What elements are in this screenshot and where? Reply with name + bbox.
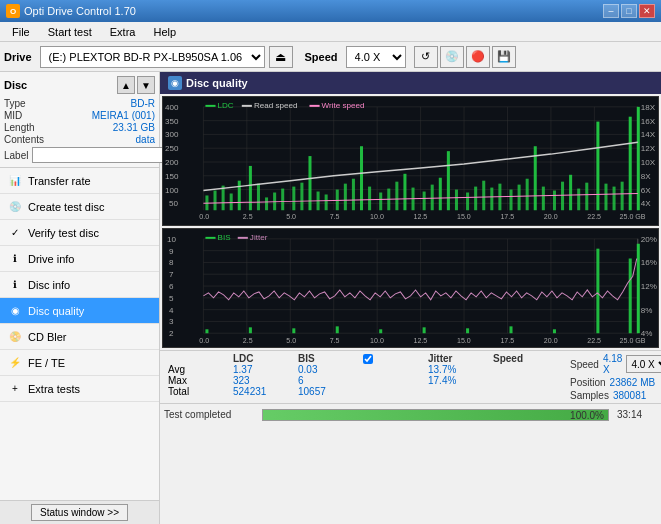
svg-text:22.5: 22.5 xyxy=(587,213,601,220)
nav-extra-tests[interactable]: + Extra tests xyxy=(0,376,159,402)
svg-text:6X: 6X xyxy=(641,186,652,195)
svg-text:15.0: 15.0 xyxy=(457,337,471,344)
svg-text:6: 6 xyxy=(169,282,174,291)
svg-text:50: 50 xyxy=(169,199,179,208)
svg-rect-95 xyxy=(621,182,624,211)
nav-create-test-disc[interactable]: 💿 Create test disc xyxy=(0,194,159,220)
svg-rect-52 xyxy=(249,166,252,210)
svg-text:2.5: 2.5 xyxy=(243,337,253,344)
stat-empty-header xyxy=(164,353,229,364)
nav-cd-bler[interactable]: 📀 CD Bler xyxy=(0,324,159,350)
svg-rect-82 xyxy=(510,190,513,211)
svg-rect-98 xyxy=(205,105,215,107)
chart-header-icon: ◉ xyxy=(168,76,182,90)
menu-file[interactable]: File xyxy=(4,23,38,41)
nav-disc-quality[interactable]: ◉ Disc quality xyxy=(0,298,159,324)
disc-section-label: Disc xyxy=(4,79,27,91)
speed-selector[interactable]: 4.0 X xyxy=(346,46,406,68)
nav-verify-test-disc[interactable]: ✓ Verify test disc xyxy=(0,220,159,246)
disc-info-icon: ℹ xyxy=(8,278,22,292)
menu-help[interactable]: Help xyxy=(145,23,184,41)
avg-label: Avg xyxy=(164,364,229,375)
svg-text:Read speed: Read speed xyxy=(254,101,298,110)
disc-quality-icon: ◉ xyxy=(8,304,22,318)
refresh-button[interactable]: ↺ xyxy=(414,46,438,68)
stat-speed-header: Speed xyxy=(489,353,554,364)
title-bar: O Opti Drive Control 1.70 – □ ✕ xyxy=(0,0,661,22)
disc-panel: Disc ▲ ▼ Type BD-R MID MEIRA1 (001) Leng… xyxy=(0,72,159,168)
disc-arrow-up[interactable]: ▲ xyxy=(117,76,135,94)
burn-button[interactable]: 🔴 xyxy=(466,46,490,68)
svg-text:100: 100 xyxy=(165,186,179,195)
svg-rect-161 xyxy=(637,244,640,333)
svg-rect-160 xyxy=(629,259,632,334)
nav-transfer-rate[interactable]: 📊 Transfer rate xyxy=(0,168,159,194)
minimize-button[interactable]: – xyxy=(603,4,619,18)
menu-start-test[interactable]: Start test xyxy=(40,23,100,41)
nav-disc-info-label: Disc info xyxy=(28,279,70,291)
jitter-checkbox[interactable] xyxy=(363,354,373,364)
svg-text:20%: 20% xyxy=(641,235,657,244)
svg-text:8: 8 xyxy=(169,258,174,267)
svg-text:10.0: 10.0 xyxy=(370,213,384,220)
samples-row: Samples 380081 xyxy=(570,390,661,401)
nav-create-test-disc-label: Create test disc xyxy=(28,201,104,213)
disc-info-table: Type BD-R MID MEIRA1 (001) Length 23.31 … xyxy=(4,98,155,163)
verify-test-disc-icon: ✓ xyxy=(8,226,22,240)
svg-text:18X: 18X xyxy=(641,103,656,112)
stat-jitter-header: Jitter xyxy=(424,353,489,364)
avg-ldc: 1.37 xyxy=(229,364,294,375)
svg-rect-59 xyxy=(308,156,311,210)
fe-te-icon: ⚡ xyxy=(8,356,22,370)
nav-fe-te[interactable]: ⚡ FE / TE xyxy=(0,350,159,376)
max-jitter-space xyxy=(359,375,424,386)
svg-text:12X: 12X xyxy=(641,144,656,153)
save-button[interactable]: 💾 xyxy=(492,46,516,68)
eject-button[interactable]: ⏏ xyxy=(269,46,293,68)
drive-selector[interactable]: (E:) PLEXTOR BD-R PX-LB950SA 1.06 xyxy=(40,46,265,68)
status-window-button[interactable]: Status window >> xyxy=(31,504,128,521)
nav-drive-info[interactable]: ℹ Drive info xyxy=(0,246,159,272)
svg-text:Jitter: Jitter xyxy=(250,233,268,242)
stat-bis-header: BIS xyxy=(294,353,359,364)
svg-rect-75 xyxy=(447,151,450,210)
status-text: Test completed xyxy=(164,409,254,420)
svg-text:25.0 GB: 25.0 GB xyxy=(620,337,646,344)
svg-text:7: 7 xyxy=(169,270,174,279)
svg-rect-80 xyxy=(490,188,493,211)
label-input[interactable] xyxy=(32,147,165,163)
disc-button[interactable]: 💿 xyxy=(440,46,464,68)
menu-bar: File Start test Extra Help xyxy=(0,22,661,42)
disc-arrow-down[interactable]: ▼ xyxy=(137,76,155,94)
stats-header-row: LDC BIS Jitter Speed xyxy=(164,353,554,364)
svg-text:2.5: 2.5 xyxy=(243,213,253,220)
stat-ldc-header: LDC xyxy=(229,353,294,364)
svg-rect-104 xyxy=(163,229,658,347)
nav-disc-info[interactable]: ℹ Disc info xyxy=(0,272,159,298)
svg-text:LDC: LDC xyxy=(218,101,234,110)
close-button[interactable]: ✕ xyxy=(639,4,655,18)
type-key: Type xyxy=(4,98,26,109)
samples-val: 380081 xyxy=(613,390,646,401)
nav-transfer-rate-label: Transfer rate xyxy=(28,175,91,187)
svg-text:25.0 GB: 25.0 GB xyxy=(620,213,646,220)
toolbar: Drive (E:) PLEXTOR BD-R PX-LB950SA 1.06 … xyxy=(0,42,661,72)
speed-stat-select[interactable]: 4.0 X xyxy=(626,355,661,373)
nav-verify-test-disc-label: Verify test disc xyxy=(28,227,99,239)
svg-rect-88 xyxy=(561,182,564,211)
svg-rect-50 xyxy=(230,193,233,210)
avg-jitter: 13.7% xyxy=(424,364,489,375)
svg-rect-84 xyxy=(526,179,529,211)
drive-label: Drive xyxy=(4,51,32,63)
total-ldc: 524231 xyxy=(229,386,294,397)
svg-rect-69 xyxy=(395,182,398,211)
length-key: Length xyxy=(4,122,35,133)
svg-text:5: 5 xyxy=(169,294,174,303)
title-bar-text: Opti Drive Control 1.70 xyxy=(24,5,136,17)
menu-extra[interactable]: Extra xyxy=(102,23,144,41)
svg-text:12%: 12% xyxy=(641,282,657,291)
svg-text:4: 4 xyxy=(169,306,174,315)
maximize-button[interactable]: □ xyxy=(621,4,637,18)
bottom-chart-svg: 10 9 8 7 6 5 4 3 2 20% 16% 12% 8% 4% 0.0… xyxy=(163,229,658,347)
svg-rect-90 xyxy=(577,189,580,211)
